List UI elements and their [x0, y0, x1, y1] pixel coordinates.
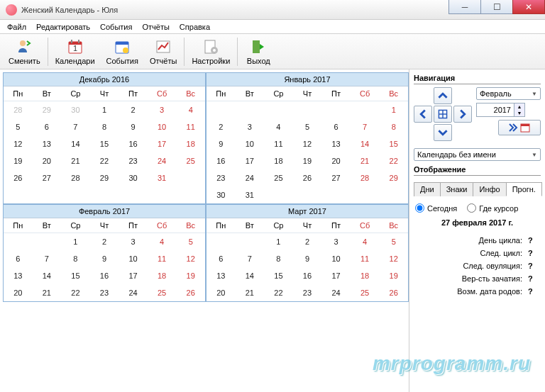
day-cell[interactable]: 23 — [207, 169, 236, 186]
menu-help[interactable]: Справка — [175, 21, 214, 33]
day-cell[interactable]: 13 — [207, 267, 236, 284]
spin-down-icon[interactable]: ▼ — [514, 110, 524, 116]
day-cell[interactable]: 26 — [176, 284, 205, 301]
tab-signs[interactable]: Знаки — [440, 182, 474, 196]
day-cell[interactable]: 10 — [119, 250, 148, 267]
radio-cursor[interactable]: Где курсор — [467, 203, 518, 213]
day-cell[interactable]: 11 — [264, 135, 293, 152]
day-cell[interactable]: 22 — [379, 152, 408, 169]
calendar-name-select[interactable]: Календарь без имени ▼ — [414, 148, 541, 161]
day-cell[interactable]: 12 — [379, 250, 408, 267]
radio-cursor-input[interactable] — [467, 203, 476, 213]
day-cell[interactable]: 26 — [379, 284, 408, 301]
day-cell[interactable]: 22 — [264, 284, 293, 301]
day-cell[interactable]: 8 — [264, 250, 293, 267]
close-button[interactable]: ✕ — [512, 0, 545, 14]
day-cell[interactable]: 25 — [176, 152, 205, 169]
day-cell[interactable]: 4 — [351, 233, 380, 250]
day-cell[interactable]: 20 — [207, 284, 236, 301]
day-cell[interactable]: 10 — [321, 250, 351, 267]
day-cell[interactable]: 5 — [176, 233, 205, 250]
tb-exit[interactable]: Выход — [239, 37, 277, 67]
day-cell[interactable]: 13 — [4, 267, 33, 284]
day-cell[interactable]: 24 — [236, 169, 265, 186]
day-cell[interactable]: 9 — [293, 250, 322, 267]
day-cell[interactable]: 14 — [236, 267, 265, 284]
day-cell[interactable]: 15 — [61, 267, 90, 284]
radio-today-input[interactable] — [415, 203, 424, 213]
day-cell[interactable]: 29 — [90, 169, 119, 186]
day-cell[interactable]: 6 — [207, 250, 236, 267]
day-cell[interactable]: 22 — [90, 152, 119, 169]
day-cell[interactable]: 21 — [351, 152, 380, 169]
day-cell[interactable]: 23 — [293, 284, 322, 301]
day-cell[interactable]: 31 — [148, 169, 177, 186]
day-cell[interactable]: 24 — [148, 152, 177, 169]
tab-days[interactable]: Дни — [414, 182, 441, 196]
day-cell[interactable]: 22 — [61, 284, 90, 301]
day-cell[interactable]: 26 — [4, 169, 33, 186]
day-cell[interactable]: 18 — [148, 267, 177, 284]
day-cell[interactable]: 19 — [4, 152, 33, 169]
day-cell[interactable]: 27 — [33, 169, 62, 186]
day-cell[interactable]: 17 — [119, 267, 148, 284]
day-cell[interactable]: 1 — [90, 101, 119, 118]
day-cell[interactable]: 29 — [33, 101, 62, 118]
day-cell[interactable]: 20 — [4, 284, 33, 301]
day-cell[interactable]: 18 — [176, 135, 205, 152]
day-cell[interactable]: 30 — [119, 169, 148, 186]
day-cell[interactable]: 20 — [33, 152, 62, 169]
tb-reports[interactable]: Отчёты — [144, 37, 182, 67]
nav-down-button[interactable] — [434, 124, 452, 141]
day-cell[interactable]: 25 — [148, 284, 177, 301]
day-cell[interactable]: 12 — [293, 135, 322, 152]
nav-go-button[interactable] — [498, 120, 541, 135]
nav-today-button[interactable] — [434, 106, 452, 123]
day-cell[interactable]: 5 — [379, 233, 408, 250]
day-cell[interactable]: 21 — [61, 152, 90, 169]
day-cell[interactable]: 4 — [176, 101, 205, 118]
day-cell[interactable]: 16 — [119, 135, 148, 152]
day-cell[interactable]: 7 — [61, 118, 90, 135]
maximize-button[interactable]: ☐ — [480, 0, 513, 14]
day-cell[interactable]: 11 — [176, 118, 205, 135]
day-cell[interactable]: 19 — [379, 267, 408, 284]
day-cell[interactable]: 6 — [321, 118, 351, 135]
day-cell[interactable]: 2 — [90, 233, 119, 250]
day-cell[interactable]: 21 — [236, 284, 265, 301]
tb-calendars[interactable]: 1 Календари — [50, 37, 101, 67]
day-cell[interactable]: 19 — [176, 267, 205, 284]
day-cell[interactable]: 30 — [61, 101, 90, 118]
minimize-button[interactable]: ─ — [448, 0, 481, 14]
nav-up-button[interactable] — [434, 87, 452, 104]
day-cell[interactable]: 25 — [264, 169, 293, 186]
day-cell[interactable]: 10 — [236, 135, 265, 152]
day-cell[interactable]: 13 — [321, 135, 351, 152]
spin-up-icon[interactable]: ▲ — [514, 103, 524, 110]
tab-info[interactable]: Инфо — [473, 182, 506, 196]
nav-left-button[interactable] — [414, 106, 432, 123]
day-cell[interactable]: 3 — [236, 118, 265, 135]
day-cell[interactable]: 16 — [90, 267, 119, 284]
day-cell[interactable]: 31 — [236, 186, 265, 203]
day-cell[interactable]: 15 — [379, 135, 408, 152]
day-cell[interactable]: 21 — [33, 284, 62, 301]
day-cell[interactable]: 17 — [321, 267, 351, 284]
tb-events[interactable]: События — [101, 37, 144, 67]
day-cell[interactable]: 7 — [33, 250, 62, 267]
menu-events[interactable]: События — [96, 21, 136, 33]
day-cell[interactable]: 30 — [207, 186, 236, 203]
day-cell[interactable]: 1 — [379, 101, 408, 118]
tb-settings[interactable]: Настройки — [186, 37, 236, 67]
day-cell[interactable]: 7 — [236, 250, 265, 267]
day-cell[interactable]: 3 — [119, 233, 148, 250]
day-cell[interactable]: 5 — [4, 118, 33, 135]
day-cell[interactable]: 2 — [207, 118, 236, 135]
year-input[interactable]: ▲▼ — [476, 103, 541, 117]
day-cell[interactable]: 28 — [351, 169, 380, 186]
nav-right-button[interactable] — [453, 106, 472, 123]
day-cell[interactable]: 24 — [321, 284, 351, 301]
day-cell[interactable]: 9 — [207, 135, 236, 152]
day-cell[interactable]: 18 — [264, 152, 293, 169]
day-cell[interactable]: 27 — [321, 169, 351, 186]
